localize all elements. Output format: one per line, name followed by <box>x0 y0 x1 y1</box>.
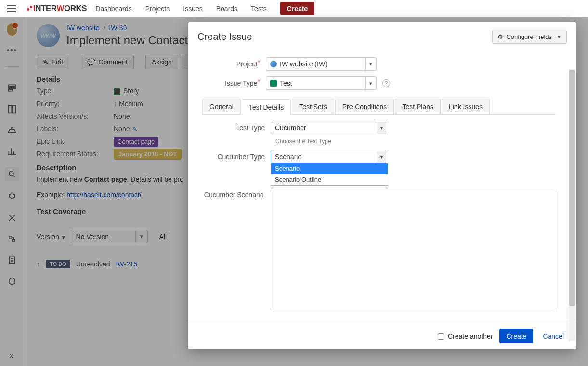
globe-icon <box>270 61 277 67</box>
create-button[interactable]: Create <box>280 2 315 15</box>
top-nav: Dashboards Projects Issues Boards Tests <box>95 5 267 13</box>
dropdown-option-scenario-outline[interactable]: Scenario Outline <box>271 174 388 185</box>
create-another-input[interactable] <box>438 333 444 340</box>
create-submit-button[interactable]: Create <box>499 329 533 343</box>
cucumbertype-dropdown: Scenario Scenario Outline <box>271 163 388 186</box>
tab-test-plans[interactable]: Test Plans <box>395 99 441 114</box>
cuctype-label: Cucumber Type <box>202 153 265 161</box>
modal-tabs: General Test Details Test Sets Pre-Condi… <box>202 99 555 115</box>
dropdown-option-scenario[interactable]: Scenario <box>271 163 388 174</box>
testtype-label: Test Type <box>202 124 265 132</box>
create-another-checkbox[interactable]: Create another <box>436 332 493 341</box>
cancel-button[interactable]: Cancel <box>540 332 567 341</box>
issuetype-select[interactable]: Test <box>266 76 377 90</box>
tab-test-sets[interactable]: Test Sets <box>292 99 334 114</box>
scenario-label: Cucumber Scenario <box>202 190 264 199</box>
cucumber-scenario-textarea[interactable] <box>270 190 555 310</box>
nav-tests[interactable]: Tests <box>251 5 267 13</box>
top-bar: INTERWORKS Dashboards Projects Issues Bo… <box>0 0 588 17</box>
help-icon[interactable]: ? <box>382 79 390 87</box>
menu-icon[interactable] <box>5 2 18 15</box>
tab-test-details[interactable]: Test Details <box>242 99 291 115</box>
gear-icon: ⚙ <box>497 33 503 40</box>
nav-issues[interactable]: Issues <box>183 5 202 13</box>
modal-title: Create Issue <box>197 31 252 42</box>
nav-dashboards[interactable]: Dashboards <box>95 5 132 13</box>
modal-footer: Create another Create Cancel <box>188 323 576 349</box>
cucumbertype-select[interactable]: Scenario <box>271 151 386 163</box>
nav-boards[interactable]: Boards <box>216 5 237 13</box>
tab-link-issues[interactable]: Link Issues <box>442 99 490 114</box>
testtype-hint: Choose the Test Type <box>275 138 555 145</box>
nav-projects[interactable]: Projects <box>145 5 170 13</box>
project-field-label: Project* <box>197 60 260 68</box>
create-issue-modal: Create Issue ⚙ Configure Fields ▼ Projec… <box>188 22 576 349</box>
issuetype-field-label: Issue Type* <box>197 79 260 87</box>
configure-fields-button[interactable]: ⚙ Configure Fields ▼ <box>492 30 567 44</box>
tab-general[interactable]: General <box>202 99 241 114</box>
test-icon <box>270 80 277 87</box>
testtype-select[interactable]: Cucumber <box>271 122 386 134</box>
logo[interactable]: INTERWORKS <box>27 4 87 13</box>
tab-pre-conditions[interactable]: Pre-Conditions <box>335 99 394 114</box>
project-select[interactable]: IW website (IW) <box>266 57 377 71</box>
chevron-down-icon: ▼ <box>557 34 562 39</box>
